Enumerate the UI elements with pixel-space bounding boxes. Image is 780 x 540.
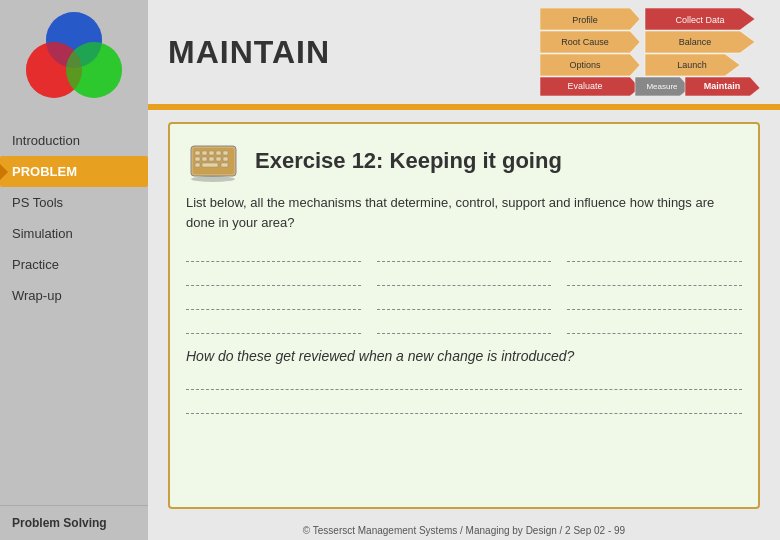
svg-rect-38 — [221, 163, 228, 167]
svg-text:Collect Data: Collect Data — [675, 15, 724, 25]
exercise-box: Exercise 12: Keeping it going List below… — [168, 122, 760, 509]
sidebar-navigation: Introduction PROBLEM PS Tools Simulation… — [0, 125, 148, 505]
main-content: MAINTAIN Profile Root Cause Options Coll… — [148, 0, 780, 540]
dashed-line — [567, 248, 742, 262]
dashed-line — [377, 320, 552, 334]
line-row-3 — [186, 296, 742, 310]
sidebar-item-introduction[interactable]: Introduction — [0, 125, 148, 156]
page-title: MAINTAIN — [168, 34, 330, 71]
svg-rect-33 — [209, 157, 214, 161]
svg-text:Root Cause: Root Cause — [561, 37, 609, 47]
sidebar-item-problem[interactable]: PROBLEM — [0, 156, 148, 187]
exercise-title: Exercise 12: Keeping it going — [255, 148, 562, 174]
sidebar-bottom-label: Problem Solving — [0, 505, 148, 540]
question-text: How do these get reviewed when a new cha… — [186, 348, 742, 364]
svg-text:Balance: Balance — [679, 37, 712, 47]
sidebar-item-practice[interactable]: Practice — [0, 249, 148, 280]
dashed-line-full-2 — [186, 400, 742, 414]
dashed-line — [377, 272, 552, 286]
svg-text:Profile: Profile — [572, 15, 598, 25]
svg-rect-36 — [195, 163, 200, 167]
svg-rect-28 — [209, 151, 214, 155]
svg-text:Maintain: Maintain — [704, 81, 741, 91]
logo — [24, 10, 124, 110]
svg-rect-31 — [195, 157, 200, 161]
svg-rect-30 — [223, 151, 228, 155]
svg-rect-26 — [195, 151, 200, 155]
svg-rect-35 — [223, 157, 228, 161]
svg-text:Options: Options — [569, 60, 601, 70]
line-row-2 — [186, 272, 742, 286]
nav-chart: Profile Root Cause Options Collect Data … — [540, 8, 760, 96]
lines-section-2 — [186, 376, 742, 414]
svg-text:Launch: Launch — [677, 60, 707, 70]
svg-text:Evaluate: Evaluate — [567, 81, 602, 91]
svg-point-39 — [191, 176, 235, 182]
dashed-line — [186, 296, 361, 310]
exercise-header: Exercise 12: Keeping it going — [186, 138, 742, 183]
lines-section-1 — [186, 248, 742, 334]
svg-rect-27 — [202, 151, 207, 155]
sidebar-item-ps-tools[interactable]: PS Tools — [0, 187, 148, 218]
dashed-line — [567, 320, 742, 334]
line-row-1 — [186, 248, 742, 262]
dashed-line — [186, 320, 361, 334]
svg-text:Measure: Measure — [646, 82, 678, 91]
exercise-description: List below, all the mechanisms that dete… — [186, 193, 742, 232]
svg-rect-29 — [216, 151, 221, 155]
dashed-line-full-1 — [186, 376, 742, 390]
line-row-4 — [186, 320, 742, 334]
dashed-line — [377, 296, 552, 310]
svg-point-5 — [66, 42, 122, 98]
svg-rect-32 — [202, 157, 207, 161]
dashed-line — [567, 272, 742, 286]
dashed-line — [567, 296, 742, 310]
exercise-icon — [186, 138, 241, 183]
sidebar: Introduction PROBLEM PS Tools Simulation… — [0, 0, 148, 540]
sidebar-item-simulation[interactable]: Simulation — [0, 218, 148, 249]
dashed-line — [377, 248, 552, 262]
content-area: Exercise 12: Keeping it going List below… — [148, 110, 780, 521]
footer: © Tessersct Management Systems / Managin… — [148, 521, 780, 540]
svg-rect-34 — [216, 157, 221, 161]
svg-rect-37 — [202, 163, 218, 167]
dashed-line — [186, 248, 361, 262]
dashed-line — [186, 272, 361, 286]
sidebar-item-wrap-up[interactable]: Wrap-up — [0, 280, 148, 311]
header: MAINTAIN Profile Root Cause Options Coll… — [148, 0, 780, 104]
